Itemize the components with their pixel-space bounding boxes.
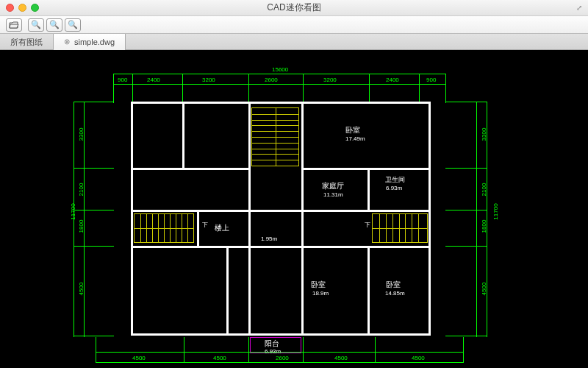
dim-seg: 2400 bbox=[386, 77, 399, 83]
zoom-extents-button[interactable]: 🔍 bbox=[65, 18, 81, 32]
dim-seg: 2100 bbox=[78, 183, 85, 197]
dim-seg: 2600 bbox=[276, 355, 289, 361]
dim-seg: 1800 bbox=[78, 220, 85, 233]
dim-seg: 3300 bbox=[78, 128, 85, 141]
dimline bbox=[113, 84, 445, 85]
zoom-out-button[interactable]: 🔍 bbox=[46, 18, 62, 32]
dim-seg: 2400 bbox=[147, 77, 160, 83]
dim-seg: 4500 bbox=[481, 283, 487, 296]
inner-dim: 1.95m bbox=[261, 236, 277, 242]
tab-label: 所有图纸 bbox=[10, 34, 43, 50]
dim-seg: 3300 bbox=[481, 128, 487, 141]
room-label: 卧室 bbox=[386, 280, 401, 290]
dimline bbox=[96, 352, 463, 353]
room-area: 14.85m bbox=[385, 290, 405, 297]
room-label: 阳台 bbox=[265, 339, 279, 349]
staircase-icon bbox=[251, 107, 299, 166]
dimline bbox=[476, 102, 477, 337]
dim-seg: 4500 bbox=[132, 355, 146, 361]
expand-icon[interactable]: ⤢ bbox=[576, 4, 582, 12]
dim-seg: 4500 bbox=[412, 355, 425, 361]
drawing-canvas[interactable]: 15600 900 2400 3200 2600 3200 2400 900 1… bbox=[0, 50, 588, 368]
room-area: 6.93m bbox=[386, 185, 402, 191]
toolbar: 🔍 🔍 🔍 bbox=[0, 16, 588, 34]
staircase-icon bbox=[372, 213, 428, 243]
window-title: CAD迷你看图 bbox=[0, 1, 588, 14]
dim-top-total: 15600 bbox=[272, 66, 288, 73]
close-icon[interactable] bbox=[6, 4, 14, 12]
dim-seg: 2600 bbox=[265, 77, 278, 83]
floor-plan: 卧室 17.49m 家庭厅 11.31m 卫生间 6.93m 楼上 下 下 1.… bbox=[118, 102, 444, 337]
room-label: 楼上 bbox=[215, 223, 229, 233]
dim-seg: 4500 bbox=[78, 283, 85, 296]
room-label: 卧室 bbox=[345, 125, 360, 135]
window-titlebar: CAD迷你看图 ⤢ bbox=[0, 0, 588, 16]
dim-seg: 3200 bbox=[323, 77, 337, 83]
dim-seg: 4500 bbox=[334, 355, 348, 361]
room-area: 11.31m bbox=[323, 191, 343, 198]
dim-seg: 2100 bbox=[481, 183, 487, 197]
traffic-lights bbox=[6, 4, 39, 12]
staircase-icon bbox=[134, 213, 194, 243]
dim-right-total: 11700 bbox=[492, 203, 499, 219]
dim-seg: 3200 bbox=[202, 77, 215, 83]
dim-seg: 4500 bbox=[213, 355, 226, 361]
close-tab-icon[interactable]: ⊗ bbox=[64, 34, 70, 50]
open-file-button[interactable] bbox=[6, 18, 22, 32]
dimline bbox=[96, 362, 463, 363]
dimline bbox=[113, 74, 445, 74]
tab-bar: 所有图纸 ⊗ simple.dwg bbox=[0, 34, 588, 50]
room-area: 18.9m bbox=[312, 290, 329, 297]
room-label: 卫生间 bbox=[385, 175, 405, 185]
tab-label: simple.dwg bbox=[74, 34, 115, 50]
dim-seg: 1800 bbox=[481, 220, 487, 233]
room-label: 家庭厅 bbox=[322, 181, 344, 191]
dim-seg: 900 bbox=[426, 77, 436, 83]
dim-seg: 900 bbox=[118, 77, 127, 83]
room-label: 卧室 bbox=[311, 280, 326, 290]
zoom-in-button[interactable]: 🔍 bbox=[28, 18, 44, 32]
zoom-icon[interactable] bbox=[31, 4, 39, 12]
minimize-icon[interactable] bbox=[18, 4, 26, 12]
down-label: 下 bbox=[365, 221, 370, 229]
tab-simple-dwg[interactable]: ⊗ simple.dwg bbox=[54, 34, 126, 50]
down-label: 下 bbox=[202, 221, 208, 229]
tab-all-drawings[interactable]: 所有图纸 bbox=[0, 34, 54, 50]
room-area: 17.49m bbox=[345, 135, 365, 142]
dimline bbox=[74, 102, 74, 337]
